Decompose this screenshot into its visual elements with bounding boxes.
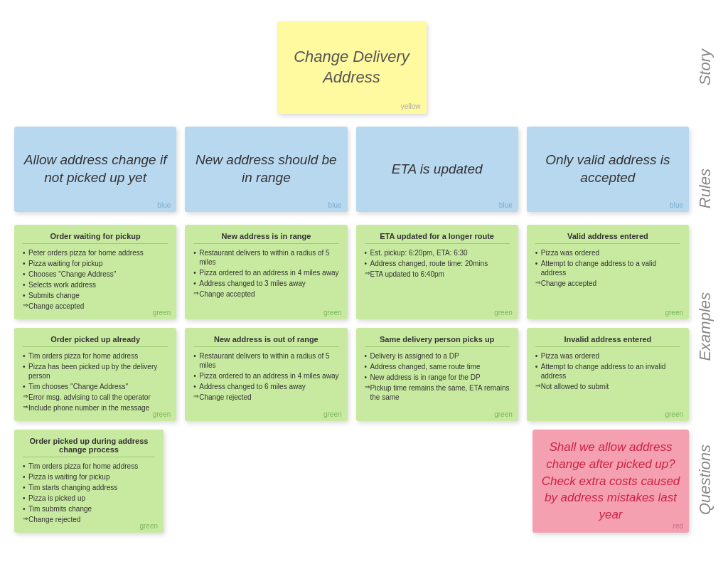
- list-item-arrow: Error msg. advising to call the operator: [23, 393, 168, 402]
- example-title-3-1: Invalid address entered: [535, 335, 680, 347]
- list-item-arrow: Change rejected: [193, 393, 338, 402]
- list-item: Tim orders pizza for home address: [23, 462, 155, 471]
- example-card-0-1: Order picked up already Tim orders pizza…: [14, 328, 176, 421]
- examples-row-2: Order picked up already Tim orders pizza…: [14, 328, 689, 421]
- example-list-2-0: Est. pickup: 6:20pm, ETA: 6:30 Address c…: [365, 248, 510, 279]
- list-item: Restaurant delivers to within a radius o…: [193, 248, 338, 267]
- rule-color-3: blue: [670, 201, 683, 209]
- list-item-arrow: Change rejected: [23, 515, 155, 524]
- example-color-2-0: green: [494, 309, 513, 316]
- example-color-0-0: green: [153, 309, 171, 316]
- example-title-1-1: New address is out of range: [193, 335, 338, 347]
- rule-text-0: Allow address change if not picked up ye…: [23, 151, 168, 186]
- bottom-example-title: Order picked up during address change pr…: [23, 437, 155, 457]
- question-card-color-label: red: [673, 522, 683, 530]
- list-item: Est. pickup: 6:20pm, ETA: 6:30: [365, 248, 510, 257]
- side-label-rules: Rules: [696, 169, 728, 208]
- example-title-0-0: Order waiting for pickup: [23, 232, 168, 244]
- question-card-text: Shall we allow address change after pick…: [541, 439, 680, 523]
- list-item: Tim starts changing address: [23, 483, 155, 492]
- list-item: Address changed, route time: 20mins: [365, 259, 510, 268]
- rule-text-2: ETA is updated: [365, 161, 510, 179]
- list-item: Tim chooses "Change Address": [23, 382, 168, 391]
- example-title-2-1: Same delivery person picks up: [365, 335, 510, 347]
- example-card-2-1: Same delivery person picks up Delivery i…: [356, 328, 518, 421]
- story-card: Change Delivery Address yellow: [277, 21, 427, 114]
- side-label-examples: Examples: [696, 292, 728, 361]
- list-item: Pizza was ordered: [535, 248, 680, 257]
- bottom-example-card: Order picked up during address change pr…: [14, 430, 164, 533]
- list-item: Pizza is picked up: [23, 494, 155, 503]
- example-list-0-0: Peter orders pizza for home address Pizz…: [23, 248, 168, 311]
- list-item-arrow: Change accepted: [193, 289, 338, 299]
- rule-color-2: blue: [499, 201, 513, 209]
- list-item: Pizza ordered to an address in 4 miles a…: [193, 371, 338, 381]
- rule-text-1: New address should be in range: [193, 151, 338, 186]
- example-card-1-1: New address is out of range Restaurant d…: [185, 328, 347, 421]
- rule-card-1: New address should be in range blue: [185, 127, 347, 212]
- side-label-questions: Questions: [696, 445, 728, 515]
- bottom-row: Order picked up during address change pr…: [14, 430, 689, 533]
- example-title-1-0: New address is in range: [193, 232, 338, 244]
- rule-color-0: blue: [157, 201, 171, 209]
- list-item: Tim orders pizza for home address: [23, 351, 168, 361]
- examples-row-1: Order waiting for pickup Peter orders pi…: [14, 225, 689, 319]
- example-color-0-1: green: [153, 410, 171, 418]
- list-item: Peter orders pizza for home address: [23, 248, 168, 257]
- rule-card-3: Only valid address is accepted blue: [527, 127, 689, 212]
- example-title-0-1: Order picked up already: [23, 335, 168, 347]
- list-item-arrow: Pickup time remains the same, ETA remain…: [365, 383, 510, 402]
- list-item: New address is in range for the DP: [365, 373, 510, 382]
- bottom-example-color: green: [139, 522, 158, 530]
- story-card-text: Change Delivery Address: [286, 47, 418, 87]
- story-row: Change Delivery Address yellow: [14, 14, 689, 114]
- example-color-1-0: green: [323, 309, 342, 316]
- example-title-3-0: Valid address entered: [535, 232, 680, 244]
- example-title-2-0: ETA updated for a longer route: [365, 232, 510, 244]
- side-label-story: Story: [696, 49, 728, 85]
- example-list-1-1: Restaurant delivers to within a radius o…: [193, 351, 338, 402]
- example-color-3-0: green: [665, 309, 683, 316]
- example-list-1-0: Restaurant delivers to within a radius o…: [193, 248, 338, 299]
- list-item-arrow: Include phone number in the message: [23, 403, 168, 413]
- rule-card-2: ETA is updated blue: [356, 127, 518, 212]
- list-item: Pizza has been picked up by the delivery…: [23, 362, 168, 381]
- example-list-0-1: Tim orders pizza for home address Pizza …: [23, 351, 168, 413]
- example-card-3-1: Invalid address entered Pizza was ordere…: [527, 328, 689, 421]
- list-item: Pizza is waiting for pickup: [23, 472, 155, 481]
- story-card-color-label: yellow: [401, 102, 421, 110]
- list-item: Pizza ordered to an address in 4 miles a…: [193, 268, 338, 277]
- list-item-arrow: Change accepted: [535, 279, 680, 288]
- rule-card-0: Allow address change if not picked up ye…: [14, 127, 176, 212]
- list-item: Tim submits change: [23, 504, 155, 514]
- list-item-arrow: Change accepted: [23, 302, 168, 311]
- example-color-3-1: green: [665, 410, 683, 418]
- list-item: Address changed, same route time: [365, 362, 510, 371]
- list-item: Attempt to change address to an invalid …: [535, 362, 680, 381]
- list-item-arrow: Not allowed to submit: [535, 382, 680, 391]
- question-card: Shall we allow address change after pick…: [532, 430, 689, 533]
- list-item: Submits change: [23, 291, 168, 300]
- list-item: Delivery is assigned to a DP: [365, 351, 510, 361]
- example-card-0-0: Order waiting for pickup Peter orders pi…: [14, 225, 176, 319]
- example-card-3-0: Valid address entered Pizza was ordered …: [527, 225, 689, 319]
- example-color-1-1: green: [323, 410, 342, 418]
- side-labels: Story Rules Examples Questions: [696, 0, 728, 564]
- rules-row: Allow address change if not picked up ye…: [14, 127, 689, 212]
- list-item: Attempt to change address to a valid add…: [535, 259, 680, 277]
- bottom-example-list: Tim orders pizza for home address Pizza …: [23, 462, 155, 524]
- example-list-3-0: Pizza was ordered Attempt to change addr…: [535, 248, 680, 288]
- list-item: Chooses "Change Address": [23, 270, 168, 279]
- list-item: Pizza was ordered: [535, 351, 680, 361]
- rule-text-3: Only valid address is accepted: [535, 151, 680, 186]
- example-color-2-1: green: [494, 410, 513, 418]
- list-item: Pizza waiting for pickup: [23, 259, 168, 268]
- list-item: Restaurant delivers to within a radius o…: [193, 351, 338, 370]
- example-card-1-0: New address is in range Restaurant deliv…: [185, 225, 347, 319]
- example-card-2-0: ETA updated for a longer route Est. pick…: [356, 225, 518, 319]
- rule-color-1: blue: [328, 201, 342, 209]
- list-item-arrow: ETA updated to 6:40pm: [365, 270, 510, 279]
- list-item: Selects work address: [23, 280, 168, 289]
- list-item: Address changed to 3 miles away: [193, 279, 338, 288]
- example-list-2-1: Delivery is assigned to a DP Address cha…: [365, 351, 510, 402]
